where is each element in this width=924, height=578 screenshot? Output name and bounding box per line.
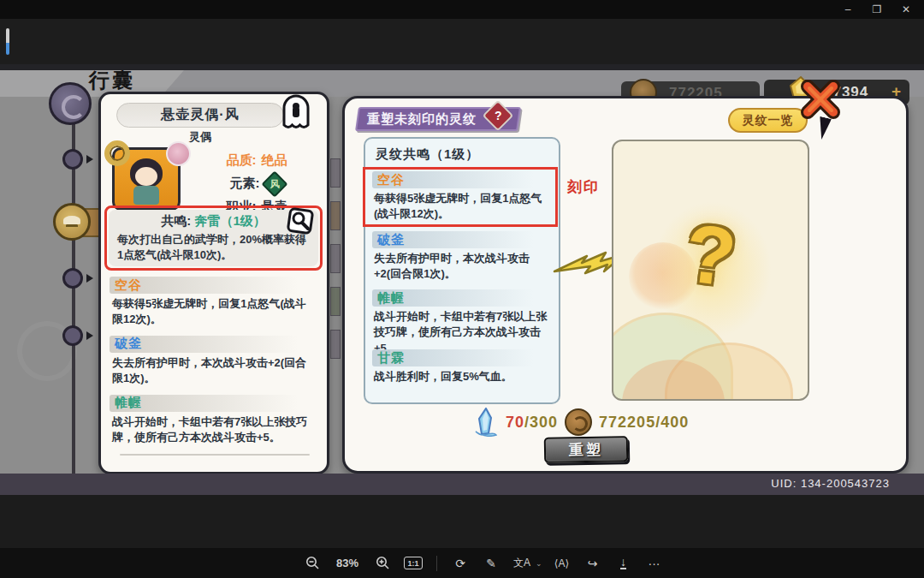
imprint-annotation: 刻印 [567,177,600,197]
attribute-element: 元素: 风 [190,172,323,195]
element-label: 元素: [230,176,260,192]
wind-element-icon: 风 [261,170,287,197]
rune-desc: 失去所有护甲时，本次战斗攻击+2(回合限1次)。 [374,251,555,283]
track-compass-node[interactable] [49,82,92,125]
page-title: 行囊 [89,67,135,94]
game-screenshot: 行囊 772205 47394 + [0,64,924,495]
zoom-out-button[interactable] [301,554,323,573]
coin-cost: 772205/400 [599,414,689,432]
chevron-down-icon[interactable]: ⌄ [536,559,542,568]
restore-button[interactable]: ❐ [864,1,890,18]
rune-name: 甘霖 [377,350,405,366]
window-titlebar: – ❐ ✕ [0,0,924,19]
mystery-result-card: ? [612,140,809,401]
rune-item[interactable]: 甘霖 战斗胜利时，回复5%气血。 [372,349,555,384]
runes-panel-title: 灵纹共鸣（1级） [376,146,479,163]
more-options-button[interactable]: ··· [643,554,666,573]
photos-toolbar: 83% 1:1 ⟳ ✎ 文A ⌄ ⟨A⟩ ↪ ↓ ··· [0,548,924,578]
ocr-button[interactable]: ⟨A⟩ [551,554,573,573]
ability-desc: 失去所有护甲时，本次战斗攻击+2(回合限1次)。 [112,355,316,387]
crystal-cost: 70/300 [506,414,558,432]
background-card-sliver [330,330,341,359]
reshape-dialog-panel: 重塑未刻印的灵纹 ? 灵纹一览 灵纹共鸣（1级） 空谷 每获得5张虚无牌时，回复… [342,96,909,474]
photos-app-window: – ❐ ✕ 行囊 772205 [0,0,924,578]
track-node[interactable] [62,149,83,170]
puppet-detail-panel: 悬壶灵偶·风 灵偶 品质: 绝品 元素: [98,92,329,474]
zoom-level-label[interactable]: 83% [332,554,363,573]
quality-value: 绝品 [262,152,287,169]
crystal-icon [473,408,499,437]
puppet-lock-icon[interactable] [279,92,313,134]
cost-row: 70/300 772205/400 [473,407,689,438]
zoom-in-button[interactable] [371,554,394,573]
ability-item: 帷幄 战斗开始时，卡组中若有7张以上张技巧牌，使所有己方本次战斗攻击+5。 [110,395,323,446]
track-hat-node[interactable] [53,203,91,241]
track-arrow-icon [86,331,98,340]
actual-size-button[interactable]: 1:1 [402,554,424,573]
game-footer-band: UID: 134-200543723 [0,474,924,495]
background-card-sliver [330,287,341,316]
rune-item[interactable]: 帷幄 战斗开始时，卡组中若有7张以上张技巧牌，使所有己方本次战斗攻击+5。 [372,289,555,356]
reshape-button[interactable]: 重塑 [544,436,629,463]
background-card-sliver [330,244,341,273]
ability-item: 破釜 失去所有护甲时，本次战斗攻击+2(回合限1次)。 [110,336,323,387]
scroll-indicator[interactable] [6,28,9,55]
puppet-type-label: 灵偶 [116,129,284,145]
app-header-strip [0,19,924,64]
rune-name: 破釜 [377,232,405,248]
ability-item: 空谷 每获得5张虚无牌时，回复1点怒气(战斗限12次)。 [110,277,323,328]
track-node[interactable] [62,325,83,346]
save-button[interactable]: ↓ [613,554,635,573]
flower-badge-icon [166,141,191,166]
ability-desc: 战斗开始时，卡组中若有7张以上张技巧牌，使所有己方本次战斗攻击+5。 [112,414,316,446]
close-button[interactable]: ✕ [893,1,919,18]
panel-divider [120,454,310,456]
current-runes-panel: 灵纹共鸣（1级） 空谷 每获得5张虚无牌时，回复1点怒气(战斗限12次)。 破釜… [364,137,560,404]
toolbar-divider [436,556,437,571]
background-card-sliver [330,158,341,188]
coin-icon [565,408,592,436]
dialog-close-button[interactable] [796,74,845,124]
background-card-sliver [330,201,341,230]
magnifier-icon[interactable] [284,205,317,237]
selected-rune-highlight-box [363,167,558,227]
ability-name: 帷幄 [115,395,142,411]
ability-name: 空谷 [115,277,142,294]
uid-label: UID: 134-200543723 [771,477,890,490]
text-actions-button[interactable]: 文A [511,554,533,573]
avatar-body [133,186,159,205]
ability-name: 破釜 [115,336,142,352]
ring-badge-icon [104,140,130,166]
rune-item[interactable]: 破釜 失去所有护甲时，本次战斗攻击+2(回合限1次)。 [372,231,555,283]
puppet-ability-list: 空谷 每获得5张虚无牌时，回复1点怒气(战斗限12次)。 破釜 失去所有护甲时，… [110,277,323,454]
track-arrow-icon [86,155,98,164]
avatar-face [135,167,157,186]
puppet-name-pill: 悬壶灵偶·风 [116,103,284,128]
ability-desc: 每获得5张虚无牌时，回复1点怒气(战斗限12次)。 [112,296,316,328]
game-top-strip [0,64,924,70]
share-button[interactable]: ↪ [582,554,604,573]
track-arrow-icon [86,274,98,283]
rune-desc: 战斗胜利时，回复5%气血。 [374,369,555,384]
dialog-title: 重塑未刻印的灵纹 [367,111,477,128]
edit-button[interactable]: ✎ [480,554,502,573]
rune-name: 帷幄 [377,290,405,307]
quality-label: 品质: [227,152,257,169]
attribute-quality: 品质: 绝品 [190,149,323,172]
minimize-button[interactable]: – [835,1,861,18]
rotate-button[interactable]: ⟳ [449,554,471,573]
track-node[interactable] [62,268,83,289]
